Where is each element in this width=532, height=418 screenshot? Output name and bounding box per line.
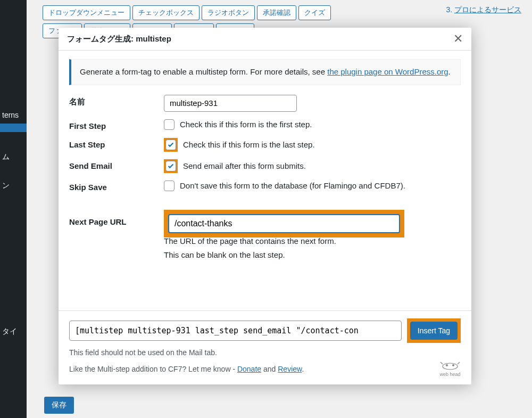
modal-overlay: フォームタグ生成: multistep ✕ Generate a form-ta…: [0, 0, 532, 418]
footer-donate: Like the Multi-step addition to CF7? Let…: [69, 365, 304, 373]
highlight-insert-btn: Insert Tag: [407, 318, 461, 343]
donate-mid: and: [261, 365, 278, 373]
label-name: 名前: [69, 95, 164, 107]
send-email-desc: Send email after this form submits.: [183, 161, 306, 170]
donate-link[interactable]: Donate: [237, 365, 261, 373]
donate-before: Like the Multi-step addition to CF7? Let…: [69, 365, 237, 373]
plugin-page-link[interactable]: the plugin page on WordPress.org: [327, 67, 448, 76]
footer-top: Insert Tag: [69, 318, 461, 343]
highlight-send-email: [164, 159, 178, 173]
send-email-checkbox[interactable]: [165, 161, 176, 171]
label-last-step: Last Step: [69, 138, 164, 149]
review-link[interactable]: Review: [278, 365, 302, 373]
modal-title: フォームタグ生成: multistep: [67, 34, 171, 44]
next-url-desc1: The URL of the page that contains the ne…: [164, 235, 461, 248]
footer-note: This field should not be used on the Mai…: [69, 348, 461, 357]
info-text-after: .: [448, 67, 451, 76]
label-next-url: Next Page URL: [69, 210, 164, 226]
row-name: 名前: [69, 95, 461, 112]
info-box: Generate a form-tag to enable a multiste…: [69, 59, 461, 85]
modal-footer: Insert Tag This field should not be used…: [59, 310, 471, 384]
form-tag-modal: フォームタグ生成: multistep ✕ Generate a form-ta…: [59, 28, 471, 384]
skip-save-desc: Don't save this form to the database (fo…: [180, 181, 405, 190]
row-last-step: Last Step Check this if this form is the…: [69, 138, 461, 152]
row-skip-save: Skip Save Don't save this form to the da…: [69, 181, 461, 192]
svg-point-1: [446, 364, 448, 366]
checkmark-icon: [167, 141, 174, 149]
shortcode-input[interactable]: [69, 321, 402, 341]
label-skip-save: Skip Save: [69, 181, 164, 192]
insert-tag-button[interactable]: Insert Tag: [410, 322, 458, 340]
first-step-checkbox[interactable]: [164, 119, 174, 130]
webhead-text: web head: [439, 372, 460, 377]
checkmark-icon: [167, 162, 174, 170]
close-icon[interactable]: ✕: [453, 32, 463, 46]
footer-bottom: Like the Multi-step addition to CF7? Let…: [69, 361, 461, 377]
svg-line-3: [440, 362, 443, 364]
svg-point-0: [443, 363, 458, 370]
name-input[interactable]: [164, 95, 297, 112]
webhead-icon: [439, 361, 461, 371]
label-send-email: Send Email: [69, 159, 164, 170]
row-next-url: Next Page URL The URL of the page that c…: [69, 210, 461, 261]
donate-after: .: [302, 365, 304, 373]
row-send-email: Send Email Send email after this form su…: [69, 159, 461, 173]
last-step-checkbox[interactable]: [165, 140, 176, 150]
next-url-desc2: This can be blank on the last step.: [164, 249, 461, 261]
last-step-desc: Check this if this form is the last step…: [183, 140, 315, 149]
next-url-input[interactable]: [168, 214, 400, 233]
modal-header: フォームタグ生成: multistep ✕: [59, 28, 471, 51]
highlight-url-field: [164, 210, 404, 237]
skip-save-checkbox[interactable]: [164, 181, 174, 191]
svg-line-4: [458, 362, 460, 364]
info-text-before: Generate a form-tag to enable a multiste…: [80, 67, 327, 76]
webhead-logo: web head: [439, 361, 461, 377]
svg-point-2: [452, 364, 454, 366]
modal-body: Generate a form-tag to enable a multiste…: [59, 51, 471, 310]
highlight-last-step: [164, 138, 178, 152]
first-step-desc: Check this if this form is the first ste…: [180, 120, 312, 129]
row-first-step: First Step Check this if this form is th…: [69, 119, 461, 130]
label-first-step: First Step: [69, 119, 164, 130]
